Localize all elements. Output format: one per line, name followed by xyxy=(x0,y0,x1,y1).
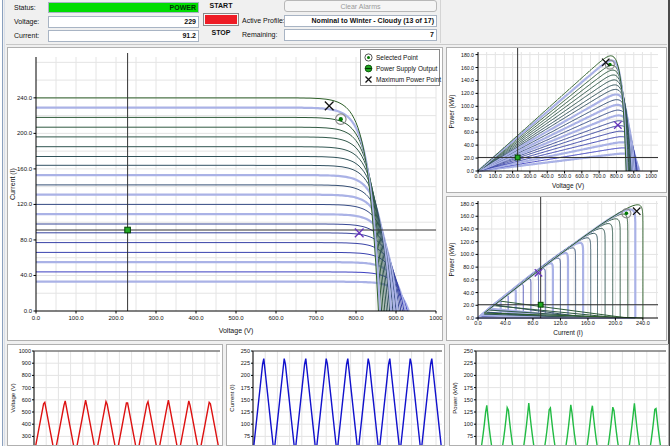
legend-item: Selected Point xyxy=(364,52,439,63)
active-profile-label: Active Profile: xyxy=(242,17,285,24)
svg-text:0.0: 0.0 xyxy=(474,320,482,326)
selected-point-icon xyxy=(364,53,373,62)
power-supply-output-icon xyxy=(364,64,373,73)
voltage-history-strip-panel: 1000900800700600500400300200Voltage (V) xyxy=(7,344,223,446)
window-splitter-shadow xyxy=(4,0,5,446)
svg-text:140.0: 140.0 xyxy=(460,226,474,232)
svg-text:250: 250 xyxy=(464,348,473,354)
current-label: Current: xyxy=(14,32,39,39)
svg-text:0.0: 0.0 xyxy=(466,315,474,321)
svg-text:125: 125 xyxy=(241,409,250,415)
svg-text:900.0: 900.0 xyxy=(388,315,404,321)
svg-text:600: 600 xyxy=(22,397,31,403)
svg-text:500.0: 500.0 xyxy=(558,173,571,179)
svg-text:160.0: 160.0 xyxy=(17,166,33,172)
svg-text:80.0: 80.0 xyxy=(463,264,474,270)
svg-text:240.0: 240.0 xyxy=(17,95,33,101)
current-value-field: 91.2 xyxy=(48,30,199,42)
legend-label: Maximum Power Point xyxy=(376,76,441,83)
svg-text:60.0: 60.0 xyxy=(463,277,474,283)
legend-item: Maximum Power Point xyxy=(364,74,439,85)
svg-text:0.0: 0.0 xyxy=(467,168,474,174)
start-button[interactable]: START xyxy=(202,1,240,10)
iv-family-curve xyxy=(36,282,409,311)
iv-family-curve xyxy=(36,272,407,311)
svg-text:700.0: 700.0 xyxy=(308,315,324,321)
svg-text:150: 150 xyxy=(464,397,473,403)
svg-text:100: 100 xyxy=(464,421,473,427)
current-history-strip-panel: 2502252001751501251007550Current (I) xyxy=(226,344,445,446)
iv-family-curve xyxy=(488,224,613,318)
svg-text:500.0: 500.0 xyxy=(228,315,244,321)
svg-text:140.0: 140.0 xyxy=(461,77,474,83)
svg-text:75: 75 xyxy=(467,433,473,439)
svg-text:1000: 1000 xyxy=(429,315,442,321)
maximum-power-point-icon xyxy=(364,75,373,84)
status-value-field: POWER xyxy=(48,2,199,13)
svg-text:40.0: 40.0 xyxy=(500,320,511,326)
svg-text:900: 900 xyxy=(22,360,31,366)
svg-text:200.0: 200.0 xyxy=(17,130,33,136)
clear-alarms-button[interactable]: Clear Alarms xyxy=(284,0,437,12)
svg-text:175: 175 xyxy=(241,385,250,391)
selected-point-dot xyxy=(625,212,629,216)
svg-text:100.0: 100.0 xyxy=(68,315,84,321)
svg-text:125: 125 xyxy=(464,409,473,415)
remaining-field: 7 xyxy=(284,29,437,41)
iv-curve-chart-panel: 0.0100.0200.0300.0400.0500.0600.0700.080… xyxy=(7,47,443,341)
svg-text:120.0: 120.0 xyxy=(461,90,474,96)
power-voltage-chart[interactable]: 0.0100.0200.0300.0400.0500.0600.0700.080… xyxy=(447,48,666,192)
status-toolbar: Status: Voltage: Current: POWER 229 91.2… xyxy=(6,0,667,45)
voltage-label: Voltage: xyxy=(14,18,39,25)
svg-text:200: 200 xyxy=(464,372,473,378)
svg-text:300: 300 xyxy=(22,433,31,439)
svg-text:100: 100 xyxy=(241,421,250,427)
power-history-chart[interactable]: 2502252001751501251007550Power (kW) xyxy=(450,345,668,445)
power-supply-output-marker xyxy=(515,155,520,160)
svg-text:600.0: 600.0 xyxy=(268,315,284,321)
svg-text:150: 150 xyxy=(241,397,250,403)
current-history-chart[interactable]: 2502252001751501251007550Current (I) xyxy=(227,345,444,445)
svg-text:100.0: 100.0 xyxy=(489,173,502,179)
active-profile-field: Nominal to Winter - Cloudy (13 of 17) xyxy=(284,15,437,27)
svg-text:120.0: 120.0 xyxy=(554,320,568,326)
svg-text:600.0: 600.0 xyxy=(575,173,588,179)
window-splitter xyxy=(2,0,3,446)
stop-button-label: STOP xyxy=(203,29,239,36)
svg-text:20.0: 20.0 xyxy=(463,302,474,308)
legend-item: Power Supply Output xyxy=(364,63,439,74)
svg-text:100.0: 100.0 xyxy=(460,251,474,257)
secondary-power-point-marker xyxy=(614,121,621,128)
svg-text:200.0: 200.0 xyxy=(609,320,623,326)
svg-text:225: 225 xyxy=(241,360,250,366)
svg-text:Voltage (V): Voltage (V) xyxy=(219,327,254,335)
svg-text:800: 800 xyxy=(22,372,31,378)
svg-text:0.0: 0.0 xyxy=(24,308,33,314)
stop-button[interactable] xyxy=(203,13,239,26)
selected-point-dot xyxy=(339,117,343,121)
svg-text:400.0: 400.0 xyxy=(188,315,204,321)
power-supply-output-marker xyxy=(538,302,543,307)
svg-text:300.0: 300.0 xyxy=(523,173,536,179)
iv-curve-chart[interactable]: 0.0100.0200.0300.0400.0500.0600.0700.080… xyxy=(8,48,442,340)
svg-text:300.0: 300.0 xyxy=(148,315,164,321)
svg-text:500: 500 xyxy=(22,409,31,415)
power-current-chart[interactable]: 0.040.080.0120.0160.0200.0240.00.020.040… xyxy=(447,197,666,340)
svg-text:Power (kW): Power (kW) xyxy=(448,95,456,129)
svg-text:1000: 1000 xyxy=(19,348,31,354)
voltage-history-chart[interactable]: 1000900800700600500400300200Voltage (V) xyxy=(8,345,222,445)
svg-text:Current (I): Current (I) xyxy=(9,168,17,200)
iv-family-curve xyxy=(36,185,393,311)
svg-text:100.0: 100.0 xyxy=(461,103,474,109)
svg-text:1000: 1000 xyxy=(645,173,657,179)
power-history-strip-panel: 2502252001751501251007550Power (kW) xyxy=(449,344,669,446)
svg-text:800.0: 800.0 xyxy=(610,173,623,179)
svg-text:160.0: 160.0 xyxy=(581,320,595,326)
svg-text:700.0: 700.0 xyxy=(593,173,606,179)
svg-text:80.0: 80.0 xyxy=(464,116,474,122)
iv-family-curve xyxy=(36,157,388,312)
legend-label: Selected Point xyxy=(376,54,418,61)
iv-family-curve xyxy=(36,147,386,311)
svg-text:Current (I): Current (I) xyxy=(229,384,235,411)
svg-text:225: 225 xyxy=(464,360,473,366)
